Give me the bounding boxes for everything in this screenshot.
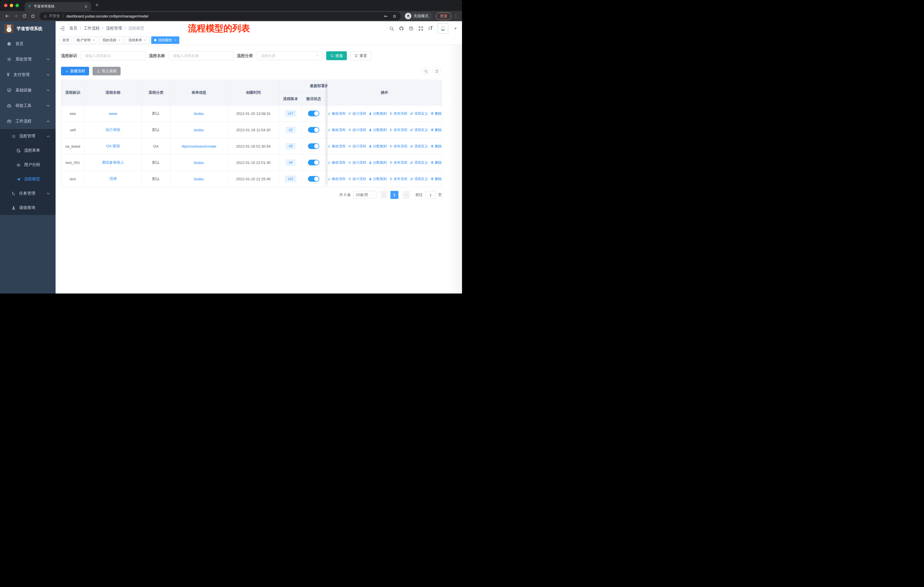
form-info-link[interactable]: biubiu xyxy=(194,160,204,165)
search-icon[interactable] xyxy=(389,26,394,31)
action-assign-rule[interactable]: 分配规则 xyxy=(369,111,387,116)
active-status-toggle[interactable] xyxy=(308,127,319,133)
url-text[interactable]: dashboard.yudao.iocoder.cn/bpm/manager/m… xyxy=(66,14,148,18)
tag-home[interactable]: 首页 xyxy=(59,36,72,44)
category-select[interactable]: 流程分类 xyxy=(257,51,323,60)
prev-page-button[interactable] xyxy=(380,191,388,199)
zoom-window-button[interactable] xyxy=(15,4,19,7)
action-process-definition[interactable]: 流程定义 xyxy=(410,144,428,149)
chrome-update-button[interactable]: 更新 xyxy=(436,12,451,20)
avatar-caret-down-icon[interactable] xyxy=(453,26,458,31)
action-process-definition[interactable]: 流程定义 xyxy=(410,177,428,182)
action-assign-rule[interactable]: 分配规则 xyxy=(369,127,387,132)
minimize-window-button[interactable] xyxy=(10,4,13,7)
form-info-link[interactable]: biubiu xyxy=(194,177,204,181)
action-assign-rule[interactable]: 分配规则 xyxy=(369,144,387,149)
action-publish-process[interactable]: 发布流程 xyxy=(389,111,407,116)
action-edit-process[interactable]: 修改流程 xyxy=(327,111,345,116)
next-page-button[interactable] xyxy=(403,191,410,199)
sidebar-item-process-form[interactable]: 流程表单 xyxy=(0,143,56,158)
action-design-process[interactable]: 设计流程 xyxy=(348,177,366,182)
new-tab-button[interactable] xyxy=(94,3,99,9)
action-assign-rule[interactable]: 分配规则 xyxy=(369,177,387,182)
tag-my-process[interactable]: 我的流程 xyxy=(100,36,124,44)
process-name-link[interactable]: 测试多审批人 xyxy=(102,160,124,165)
process-name-link[interactable]: OA 请假 xyxy=(106,144,120,149)
action-edit-process[interactable]: 修改流程 xyxy=(327,144,345,149)
action-process-definition[interactable]: 流程定义 xyxy=(410,160,428,165)
back-icon[interactable] xyxy=(3,12,12,20)
avatar[interactable] xyxy=(438,23,448,34)
browser-menu-icon[interactable]: ⋮ xyxy=(454,13,458,19)
process-key-input[interactable] xyxy=(81,51,145,60)
sidebar-item-process-model[interactable]: 流程模型 xyxy=(0,172,56,186)
search-button[interactable]: 搜索 xyxy=(326,51,347,60)
action-publish-process[interactable]: 发布流程 xyxy=(389,127,407,132)
tag-process-form[interactable]: 流程表单 xyxy=(125,36,150,44)
page-number-1[interactable]: 1 xyxy=(390,191,398,199)
sidebar-item-infra[interactable]: 基础设施 xyxy=(0,83,56,98)
help-icon[interactable] xyxy=(409,26,414,31)
sidebar-item-payment[interactable]: ¥ 支付管理 xyxy=(0,67,56,83)
action-delete[interactable]: 删除 xyxy=(431,160,442,165)
sidebar-item-task-management[interactable]: 任务管理 xyxy=(0,186,56,201)
import-process-button[interactable]: 导入流程 xyxy=(92,67,120,75)
action-publish-process[interactable]: 发布流程 xyxy=(389,144,407,149)
tag-process-model[interactable]: 流程模型 xyxy=(151,36,179,44)
fullscreen-icon[interactable] xyxy=(419,26,423,31)
password-key-icon[interactable] xyxy=(383,14,388,18)
home-icon[interactable] xyxy=(29,12,37,20)
create-process-button[interactable]: ＋ 新建流程 xyxy=(61,67,89,75)
sidebar-item-process-management[interactable]: 流程管理 xyxy=(0,129,56,143)
forward-icon[interactable] xyxy=(12,12,20,20)
sidebar-item-user-group[interactable]: 用户分组 xyxy=(0,158,56,172)
active-status-toggle[interactable] xyxy=(308,143,319,149)
action-design-process[interactable]: 设计流程 xyxy=(348,111,366,116)
close-icon[interactable] xyxy=(144,39,147,41)
action-publish-process[interactable]: 发布流程 xyxy=(389,160,407,165)
process-name-link[interactable]: 自己审批 xyxy=(106,127,120,132)
breadcrumb-home[interactable]: 首页 xyxy=(69,26,78,31)
sidebar-item-devtools[interactable]: 研发工具 xyxy=(0,98,56,114)
sidebar-item-system[interactable]: 系统管理 xyxy=(0,51,56,67)
active-status-toggle[interactable] xyxy=(308,111,319,116)
bookmark-star-icon[interactable] xyxy=(393,14,397,18)
form-info-link[interactable]: /bpm/oa/leave/create xyxy=(182,144,216,149)
action-assign-rule[interactable]: 分配规则 xyxy=(369,160,387,165)
action-design-process[interactable]: 设计流程 xyxy=(348,144,366,149)
breadcrumb-workflow[interactable]: 工作流程 xyxy=(84,26,100,31)
browser-tab[interactable]: 芋道管理系统 xyxy=(25,2,91,11)
action-delete[interactable]: 删除 xyxy=(431,177,442,182)
sidebar-fold-icon[interactable] xyxy=(59,26,65,31)
close-window-button[interactable] xyxy=(4,4,7,7)
breadcrumb-process-management[interactable]: 流程管理 xyxy=(106,26,122,31)
toggle-search-button[interactable] xyxy=(422,67,430,75)
address-bar[interactable]: ⚠ 不安全 dashboard.yudao.iocoder.cn/bpm/man… xyxy=(40,12,401,20)
process-name-link[interactable]: 滔博 xyxy=(109,176,117,182)
action-publish-process[interactable]: 发布流程 xyxy=(389,177,407,182)
action-edit-process[interactable]: 修改流程 xyxy=(327,127,345,132)
action-delete[interactable]: 删除 xyxy=(431,144,442,149)
process-name-input[interactable] xyxy=(169,51,233,60)
close-icon[interactable] xyxy=(118,39,121,41)
sidebar-item-leave-query[interactable]: 请假查询 xyxy=(0,201,56,215)
action-process-definition[interactable]: 流程定义 xyxy=(410,111,428,116)
form-info-link[interactable]: biubiu xyxy=(194,128,204,132)
sidebar-item-workflow[interactable]: 工作流程 xyxy=(0,114,56,129)
sidebar-item-home[interactable]: 首页 xyxy=(0,36,56,51)
tab-close-icon[interactable] xyxy=(84,4,88,9)
goto-page-input[interactable] xyxy=(425,191,436,199)
action-delete[interactable]: 删除 xyxy=(431,127,442,132)
action-process-definition[interactable]: 流程定义 xyxy=(410,127,428,132)
process-name-link[interactable]: eeee xyxy=(109,111,117,116)
close-icon[interactable] xyxy=(92,39,95,41)
refresh-table-button[interactable] xyxy=(433,67,441,75)
reload-icon[interactable] xyxy=(20,12,29,20)
font-size-icon[interactable]: TT xyxy=(428,26,433,31)
action-design-process[interactable]: 设计流程 xyxy=(348,127,366,132)
action-edit-process[interactable]: 修改流程 xyxy=(327,160,345,165)
security-label[interactable]: 不安全 xyxy=(49,13,60,19)
page-size-select[interactable]: 10条/页 xyxy=(353,191,376,199)
form-info-link[interactable]: biubiu xyxy=(194,111,204,116)
active-status-toggle[interactable] xyxy=(308,176,319,182)
